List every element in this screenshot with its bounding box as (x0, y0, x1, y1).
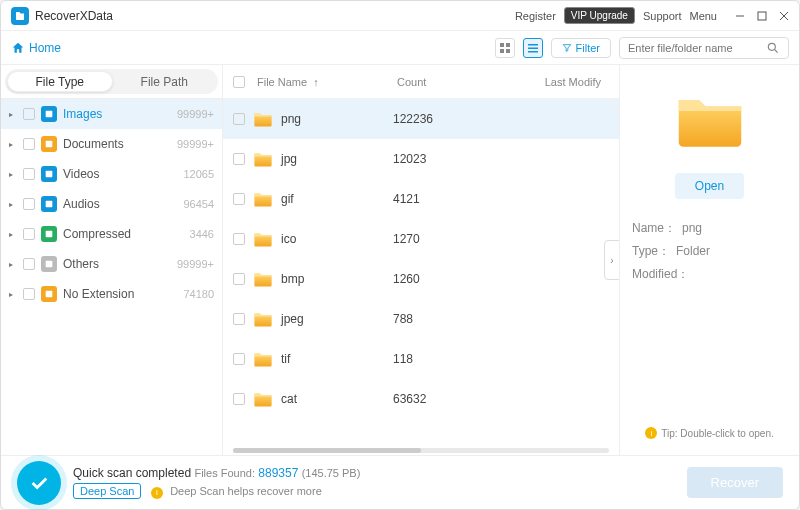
category-checkbox[interactable] (23, 168, 35, 180)
header-filename[interactable]: File Name ↑ (257, 76, 397, 88)
info-icon: i (151, 487, 163, 499)
row-checkbox[interactable] (233, 313, 245, 325)
svg-rect-3 (500, 49, 504, 53)
select-all-checkbox[interactable] (233, 76, 245, 88)
open-button[interactable]: Open (675, 173, 744, 199)
category-icon (41, 286, 57, 302)
app-logo (11, 7, 29, 25)
table-row[interactable]: png122236 (223, 99, 619, 139)
row-count: 788 (393, 312, 493, 326)
category-count: 74180 (183, 288, 214, 300)
svg-rect-14 (46, 261, 53, 268)
register-link[interactable]: Register (515, 10, 556, 22)
table-row[interactable]: bmp1260 (223, 259, 619, 299)
table-row[interactable]: cat63632 (223, 379, 619, 419)
search-box[interactable] (619, 37, 789, 59)
category-checkbox[interactable] (23, 228, 35, 240)
maximize-icon[interactable] (757, 11, 767, 21)
category-label: Videos (63, 167, 177, 181)
row-name: gif (281, 192, 393, 206)
category-checkbox[interactable] (23, 108, 35, 120)
grid-view-button[interactable] (495, 38, 515, 58)
row-checkbox[interactable] (233, 193, 245, 205)
category-checkbox[interactable] (23, 138, 35, 150)
scan-status: Quick scan completed Files Found: 889357… (73, 466, 360, 480)
category-count: 99999+ (177, 108, 214, 120)
sidebar-item-compressed[interactable]: ▸Compressed3446 (1, 219, 222, 249)
vip-upgrade-button[interactable]: VIP Upgrade (564, 7, 635, 24)
row-name: jpg (281, 152, 393, 166)
row-checkbox[interactable] (233, 393, 245, 405)
table-row[interactable]: tif118 (223, 339, 619, 379)
sidebar-item-others[interactable]: ▸Others99999+ (1, 249, 222, 279)
row-checkbox[interactable] (233, 233, 245, 245)
row-checkbox[interactable] (233, 353, 245, 365)
filter-button[interactable]: Filter (551, 38, 611, 58)
details-name: Name：png (632, 217, 787, 240)
deep-scan-tip: Deep Scan helps recover more (170, 485, 322, 497)
svg-rect-6 (528, 47, 538, 49)
recover-button[interactable]: Recover (687, 467, 783, 498)
file-list: File Name ↑ Count Last Modify png122236j… (223, 65, 619, 455)
table-row[interactable]: jpg12023 (223, 139, 619, 179)
horizontal-scrollbar[interactable] (233, 448, 609, 453)
svg-rect-9 (46, 111, 53, 118)
row-name: cat (281, 392, 393, 406)
svg-rect-5 (528, 44, 538, 46)
list-view-button[interactable] (523, 38, 543, 58)
category-checkbox[interactable] (23, 288, 35, 300)
header-modify[interactable]: Last Modify (497, 76, 609, 88)
row-count: 1260 (393, 272, 493, 286)
tab-file-path[interactable]: File Path (113, 71, 217, 92)
category-icon (41, 136, 57, 152)
tip-text: i Tip: Double-click to open. (645, 427, 773, 439)
category-count: 96454 (183, 198, 214, 210)
search-input[interactable] (628, 42, 766, 54)
row-checkbox[interactable] (233, 113, 245, 125)
sidebar-item-documents[interactable]: ▸Documents99999+ (1, 129, 222, 159)
row-count: 122236 (393, 112, 493, 126)
category-label: Documents (63, 137, 171, 151)
support-link[interactable]: Support (643, 10, 682, 22)
row-name: jpeg (281, 312, 393, 326)
category-count: 99999+ (177, 258, 214, 270)
menu-link[interactable]: Menu (689, 10, 717, 22)
minimize-icon[interactable] (735, 11, 745, 21)
svg-rect-1 (500, 43, 504, 47)
tab-file-type[interactable]: File Type (7, 71, 113, 92)
home-label: Home (29, 41, 61, 55)
home-button[interactable]: Home (11, 41, 61, 55)
footer: Quick scan completed Files Found: 889357… (1, 455, 799, 509)
table-row[interactable]: jpeg788 (223, 299, 619, 339)
scan-complete-icon (17, 461, 61, 505)
close-icon[interactable] (779, 11, 789, 21)
row-checkbox[interactable] (233, 273, 245, 285)
sidebar-item-images[interactable]: ▸Images99999+ (1, 99, 222, 129)
header-count[interactable]: Count (397, 76, 497, 88)
info-icon: i (645, 427, 657, 439)
row-count: 12023 (393, 152, 493, 166)
row-name: tif (281, 352, 393, 366)
row-count: 63632 (393, 392, 493, 406)
sidebar-item-no-extension[interactable]: ▸No Extension74180 (1, 279, 222, 309)
row-checkbox[interactable] (233, 153, 245, 165)
sidebar-item-audios[interactable]: ▸Audios96454 (1, 189, 222, 219)
category-checkbox[interactable] (23, 198, 35, 210)
expand-panel-button[interactable]: › (604, 240, 619, 280)
category-icon (41, 196, 57, 212)
row-name: png (281, 112, 393, 126)
svg-point-8 (768, 43, 775, 50)
category-icon (41, 226, 57, 242)
category-label: Audios (63, 197, 177, 211)
table-row[interactable]: ico1270 (223, 219, 619, 259)
category-icon (41, 256, 57, 272)
svg-rect-2 (506, 43, 510, 47)
search-icon[interactable] (766, 41, 780, 55)
chevron-right-icon: ▸ (9, 200, 17, 209)
category-checkbox[interactable] (23, 258, 35, 270)
table-row[interactable]: gif4121 (223, 179, 619, 219)
svg-rect-0 (758, 12, 766, 20)
chevron-right-icon: ▸ (9, 110, 17, 119)
deep-scan-button[interactable]: Deep Scan (73, 483, 141, 499)
sidebar-item-videos[interactable]: ▸Videos12065 (1, 159, 222, 189)
